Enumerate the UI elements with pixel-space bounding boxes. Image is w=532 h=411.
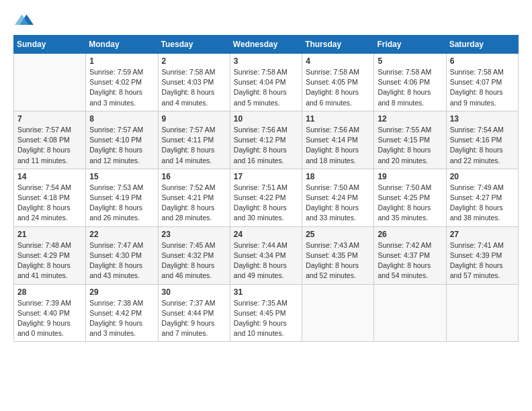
day-number: 17 (234, 172, 298, 181)
calendar-cell: 26Sunrise: 7:42 AM Sunset: 4:37 PM Dayli… (374, 226, 446, 284)
header-row: SundayMondayTuesdayWednesdayThursdayFrid… (14, 36, 519, 54)
calendar-cell: 3Sunrise: 7:58 AM Sunset: 4:04 PM Daylig… (230, 54, 302, 111)
day-info: Sunrise: 7:56 AM Sunset: 4:14 PM Dayligh… (306, 125, 370, 166)
week-row-3: 14Sunrise: 7:54 AM Sunset: 4:18 PM Dayli… (14, 169, 519, 226)
day-number: 21 (17, 230, 82, 239)
day-number: 11 (306, 114, 370, 124)
day-number: 29 (89, 287, 154, 297)
header-cell-wednesday: Wednesday (230, 36, 302, 54)
day-info: Sunrise: 7:58 AM Sunset: 4:06 PM Dayligh… (378, 67, 442, 108)
day-number: 19 (378, 172, 442, 181)
calendar-cell: 28Sunrise: 7:39 AM Sunset: 4:40 PM Dayli… (14, 284, 86, 342)
header-cell-saturday: Saturday (446, 36, 518, 54)
calendar-cell: 5Sunrise: 7:58 AM Sunset: 4:06 PM Daylig… (374, 54, 446, 111)
header-cell-monday: Monday (86, 36, 158, 54)
calendar-cell: 21Sunrise: 7:48 AM Sunset: 4:29 PM Dayli… (14, 226, 86, 284)
day-number: 5 (378, 56, 442, 66)
day-number: 1 (89, 56, 154, 66)
calendar-cell: 25Sunrise: 7:43 AM Sunset: 4:35 PM Dayli… (302, 226, 374, 284)
day-info: Sunrise: 7:56 AM Sunset: 4:12 PM Dayligh… (234, 125, 298, 166)
day-number: 4 (306, 56, 370, 66)
header-cell-thursday: Thursday (302, 36, 374, 54)
day-number: 14 (17, 172, 82, 181)
day-info: Sunrise: 7:39 AM Sunset: 4:40 PM Dayligh… (17, 298, 82, 339)
day-info: Sunrise: 7:38 AM Sunset: 4:42 PM Dayligh… (89, 298, 154, 339)
day-info: Sunrise: 7:41 AM Sunset: 4:39 PM Dayligh… (450, 240, 515, 281)
day-info: Sunrise: 7:48 AM Sunset: 4:29 PM Dayligh… (17, 240, 82, 281)
day-number: 12 (378, 114, 442, 124)
calendar-cell: 12Sunrise: 7:55 AM Sunset: 4:15 PM Dayli… (374, 111, 446, 169)
day-number: 7 (17, 114, 82, 124)
day-info: Sunrise: 7:57 AM Sunset: 4:11 PM Dayligh… (162, 125, 226, 166)
day-number: 6 (450, 56, 515, 66)
day-info: Sunrise: 7:57 AM Sunset: 4:08 PM Dayligh… (17, 125, 82, 166)
day-info: Sunrise: 7:35 AM Sunset: 4:45 PM Dayligh… (234, 298, 298, 339)
calendar-cell: 11Sunrise: 7:56 AM Sunset: 4:14 PM Dayli… (302, 111, 374, 169)
calendar-cell: 22Sunrise: 7:47 AM Sunset: 4:30 PM Dayli… (86, 226, 158, 284)
week-row-1: 1Sunrise: 7:59 AM Sunset: 4:02 PM Daylig… (14, 54, 519, 111)
calendar-table: SundayMondayTuesdayWednesdayThursdayFrid… (13, 35, 519, 342)
day-number: 25 (306, 230, 370, 239)
day-number: 16 (162, 172, 226, 181)
week-row-2: 7Sunrise: 7:57 AM Sunset: 4:08 PM Daylig… (14, 111, 519, 169)
calendar-cell: 24Sunrise: 7:44 AM Sunset: 4:34 PM Dayli… (230, 226, 302, 284)
calendar-cell: 17Sunrise: 7:51 AM Sunset: 4:22 PM Dayli… (230, 169, 302, 226)
calendar-cell: 1Sunrise: 7:59 AM Sunset: 4:02 PM Daylig… (86, 54, 158, 111)
page: SundayMondayTuesdayWednesdayThursdayFrid… (0, 0, 532, 349)
day-info: Sunrise: 7:53 AM Sunset: 4:19 PM Dayligh… (89, 183, 154, 224)
day-info: Sunrise: 7:55 AM Sunset: 4:15 PM Dayligh… (378, 125, 442, 166)
day-number: 22 (89, 230, 154, 239)
day-number: 28 (17, 287, 82, 297)
calendar-cell: 15Sunrise: 7:53 AM Sunset: 4:19 PM Dayli… (86, 169, 158, 226)
calendar-cell: 9Sunrise: 7:57 AM Sunset: 4:11 PM Daylig… (158, 111, 230, 169)
day-info: Sunrise: 7:47 AM Sunset: 4:30 PM Dayligh… (89, 240, 154, 281)
day-number: 18 (306, 172, 370, 181)
calendar-cell: 29Sunrise: 7:38 AM Sunset: 4:42 PM Dayli… (86, 284, 158, 342)
day-info: Sunrise: 7:51 AM Sunset: 4:22 PM Dayligh… (234, 183, 298, 224)
day-info: Sunrise: 7:59 AM Sunset: 4:02 PM Dayligh… (89, 67, 154, 108)
logo-icon (15, 11, 34, 30)
calendar-cell: 10Sunrise: 7:56 AM Sunset: 4:12 PM Dayli… (230, 111, 302, 169)
header-cell-friday: Friday (374, 36, 446, 54)
calendar-cell: 16Sunrise: 7:52 AM Sunset: 4:21 PM Dayli… (158, 169, 230, 226)
day-number: 27 (450, 230, 515, 239)
day-info: Sunrise: 7:44 AM Sunset: 4:34 PM Dayligh… (234, 240, 298, 281)
calendar-cell (374, 284, 446, 342)
header-cell-sunday: Sunday (14, 36, 86, 54)
calendar-cell: 20Sunrise: 7:49 AM Sunset: 4:27 PM Dayli… (446, 169, 518, 226)
day-number: 23 (162, 230, 226, 239)
day-info: Sunrise: 7:58 AM Sunset: 4:05 PM Dayligh… (306, 67, 370, 108)
day-info: Sunrise: 7:49 AM Sunset: 4:27 PM Dayligh… (450, 183, 515, 224)
calendar-cell: 31Sunrise: 7:35 AM Sunset: 4:45 PM Dayli… (230, 284, 302, 342)
day-info: Sunrise: 7:50 AM Sunset: 4:24 PM Dayligh… (306, 183, 370, 224)
day-number: 9 (162, 114, 226, 124)
day-number: 15 (89, 172, 154, 181)
day-number: 8 (89, 114, 154, 124)
calendar-cell: 23Sunrise: 7:45 AM Sunset: 4:32 PM Dayli… (158, 226, 230, 284)
day-info: Sunrise: 7:43 AM Sunset: 4:35 PM Dayligh… (306, 240, 370, 281)
calendar-cell: 18Sunrise: 7:50 AM Sunset: 4:24 PM Dayli… (302, 169, 374, 226)
calendar-cell: 8Sunrise: 7:57 AM Sunset: 4:10 PM Daylig… (86, 111, 158, 169)
week-row-4: 21Sunrise: 7:48 AM Sunset: 4:29 PM Dayli… (14, 226, 519, 284)
calendar-cell: 14Sunrise: 7:54 AM Sunset: 4:18 PM Dayli… (14, 169, 86, 226)
day-number: 3 (234, 56, 298, 66)
calendar-cell: 4Sunrise: 7:58 AM Sunset: 4:05 PM Daylig… (302, 54, 374, 111)
day-info: Sunrise: 7:45 AM Sunset: 4:32 PM Dayligh… (162, 240, 226, 281)
calendar-cell: 30Sunrise: 7:37 AM Sunset: 4:44 PM Dayli… (158, 284, 230, 342)
header (13, 11, 519, 30)
calendar-cell: 19Sunrise: 7:50 AM Sunset: 4:25 PM Dayli… (374, 169, 446, 226)
calendar-cell: 6Sunrise: 7:58 AM Sunset: 4:07 PM Daylig… (446, 54, 518, 111)
calendar-cell (302, 284, 374, 342)
day-info: Sunrise: 7:42 AM Sunset: 4:37 PM Dayligh… (378, 240, 442, 281)
day-info: Sunrise: 7:57 AM Sunset: 4:10 PM Dayligh… (89, 125, 154, 166)
calendar-cell: 2Sunrise: 7:58 AM Sunset: 4:03 PM Daylig… (158, 54, 230, 111)
calendar-cell: 7Sunrise: 7:57 AM Sunset: 4:08 PM Daylig… (14, 111, 86, 169)
week-row-5: 28Sunrise: 7:39 AM Sunset: 4:40 PM Dayli… (14, 284, 519, 342)
day-info: Sunrise: 7:52 AM Sunset: 4:21 PM Dayligh… (162, 183, 226, 224)
day-info: Sunrise: 7:58 AM Sunset: 4:07 PM Dayligh… (450, 67, 515, 108)
day-info: Sunrise: 7:37 AM Sunset: 4:44 PM Dayligh… (162, 298, 226, 339)
day-number: 20 (450, 172, 515, 181)
day-info: Sunrise: 7:58 AM Sunset: 4:04 PM Dayligh… (234, 67, 298, 108)
calendar-cell: 27Sunrise: 7:41 AM Sunset: 4:39 PM Dayli… (446, 226, 518, 284)
day-number: 31 (234, 287, 298, 297)
